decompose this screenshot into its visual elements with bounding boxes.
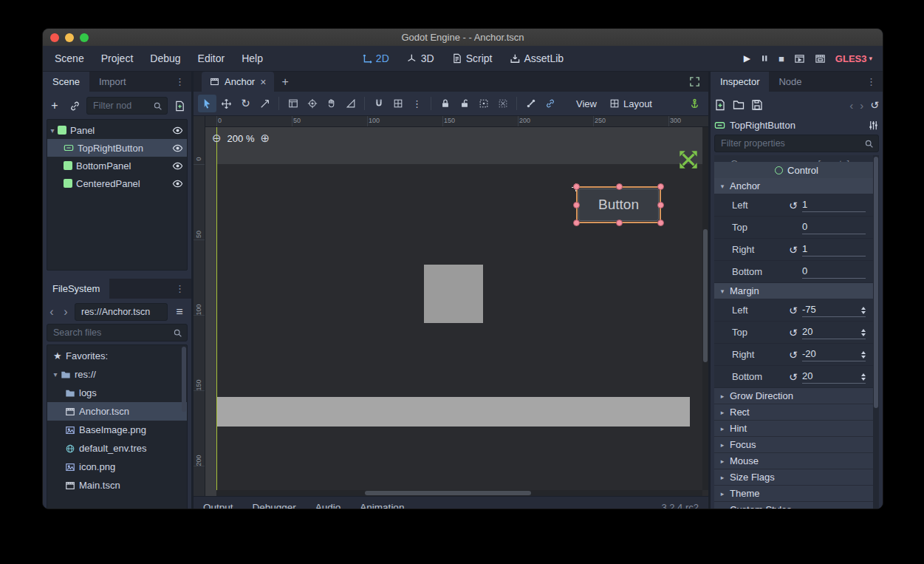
save-resource-button[interactable]: [751, 99, 763, 111]
workspace-assetlib-button[interactable]: AssetLib: [510, 52, 564, 64]
anchor-right-field[interactable]: 1: [802, 243, 866, 256]
scene-filter-input[interactable]: [86, 97, 168, 115]
add-node-button[interactable]: +: [47, 98, 63, 114]
history-back-button[interactable]: ‹: [849, 99, 853, 112]
anchors-preset-button[interactable]: [685, 95, 704, 112]
ungroup-object-button[interactable]: [493, 95, 512, 112]
pan-tool-button[interactable]: [322, 95, 340, 112]
title-bar[interactable]: Godot Engine - - Anchor.tscn: [43, 29, 883, 46]
menu-editor[interactable]: Editor: [198, 52, 225, 64]
revert-icon[interactable]: ↺: [789, 349, 802, 361]
skeleton-options-button[interactable]: [521, 95, 540, 112]
margin-bottom-field[interactable]: 20: [802, 370, 866, 384]
margin-left-field[interactable]: -75: [802, 304, 866, 317]
section-custom-styles[interactable]: ▸Custom Styles: [714, 502, 879, 509]
scrollbar-thumb[interactable]: [703, 229, 708, 362]
margin-top-field[interactable]: 20: [802, 326, 866, 339]
section-mouse[interactable]: ▸Mouse: [714, 453, 879, 469]
canvas-horizontal-scrollbar[interactable]: [216, 490, 702, 496]
revert-icon[interactable]: ↺: [789, 371, 802, 383]
group-object-button[interactable]: [474, 95, 493, 112]
canvas-viewport[interactable]: ⊖ 200 % ⊕ Button: [205, 127, 708, 496]
revert-icon[interactable]: ↺: [789, 327, 802, 339]
spinner-icon[interactable]: [861, 307, 866, 315]
menu-scene[interactable]: Scene: [55, 52, 84, 64]
collapse-arrow-icon[interactable]: ▾: [47, 126, 58, 135]
move-tool-button[interactable]: [217, 95, 236, 112]
scene-tab-anchor[interactable]: Anchor ×: [202, 72, 274, 92]
play-custom-scene-button[interactable]: [815, 53, 826, 64]
bottom-tab-output[interactable]: Output: [203, 502, 233, 509]
anchor-top-field[interactable]: 0: [802, 221, 866, 234]
section-theme[interactable]: ▸Theme: [714, 486, 879, 502]
workspace-2d-button[interactable]: 2D: [362, 52, 389, 64]
view-menu-button[interactable]: View: [570, 98, 603, 109]
tab-import[interactable]: Import: [89, 72, 136, 92]
resize-handle[interactable]: [573, 183, 580, 190]
resize-handle[interactable]: [616, 220, 623, 226]
fs-row-favorites[interactable]: ★ Favorites:: [47, 347, 187, 365]
new-resource-button[interactable]: [714, 99, 726, 111]
resize-handle[interactable]: [573, 202, 580, 208]
revert-icon[interactable]: ↺: [789, 305, 802, 316]
workspace-3d-button[interactable]: 3D: [407, 52, 434, 64]
layout-menu-button[interactable]: Layout: [603, 98, 658, 109]
resize-handle[interactable]: [573, 220, 580, 226]
fs-row-root[interactable]: ▾ res://: [47, 365, 187, 384]
fs-search-input[interactable]: [47, 324, 188, 342]
maximize-window-button[interactable]: [80, 33, 89, 42]
zoom-in-button[interactable]: ⊕: [260, 132, 270, 145]
ik-chain-button[interactable]: [541, 95, 559, 112]
renderer-select[interactable]: GLES3 ▾: [835, 53, 872, 64]
selected-button-node[interactable]: Button: [576, 186, 661, 223]
collapse-arrow-icon[interactable]: ▾: [50, 370, 61, 378]
new-scene-tab-button[interactable]: +: [274, 72, 295, 92]
visibility-toggle[interactable]: [172, 125, 183, 136]
spinner-icon[interactable]: [861, 329, 866, 337]
section-size-flags[interactable]: ▸Size Flags: [714, 469, 879, 486]
spinner-icon[interactable]: [861, 351, 866, 359]
extra-tools-button[interactable]: [868, 120, 879, 131]
fs-row-baseimage-png[interactable]: BaseImage.png: [47, 421, 187, 439]
workspace-script-button[interactable]: Script: [452, 52, 493, 64]
tab-node[interactable]: Node: [769, 72, 811, 92]
centered-panel-node[interactable]: [424, 265, 483, 323]
select-tool-button[interactable]: [198, 95, 216, 112]
scrollbar-thumb[interactable]: [874, 157, 878, 408]
bottom-panel-node[interactable]: [217, 397, 690, 427]
menu-help[interactable]: Help: [242, 52, 263, 64]
load-resource-button[interactable]: [733, 99, 745, 111]
unlock-object-button[interactable]: [455, 95, 473, 112]
fs-scrollbar[interactable]: [182, 347, 186, 412]
fs-back-button[interactable]: ‹: [47, 304, 57, 320]
tree-row-panel[interactable]: ▾ Panel: [47, 121, 187, 139]
pivot-tool-button[interactable]: [303, 95, 321, 112]
fs-breadcrumb[interactable]: res://Anchor.tscn: [75, 303, 168, 321]
inspector-scrollbar[interactable]: [873, 155, 879, 509]
menu-debug[interactable]: Debug: [150, 52, 180, 64]
revert-icon[interactable]: ↺: [789, 200, 802, 211]
fs-search-field[interactable]: [52, 327, 173, 339]
section-rect[interactable]: ▸Rect: [714, 404, 879, 421]
fs-display-mode-icon[interactable]: ≡: [171, 304, 188, 320]
section-grow-direction[interactable]: ▸Grow Direction: [714, 388, 879, 404]
minimize-window-button[interactable]: [65, 33, 74, 42]
resize-handle[interactable]: [657, 202, 664, 208]
resize-handle[interactable]: [657, 183, 664, 190]
visibility-toggle[interactable]: [172, 160, 183, 171]
tree-row-centeredpanel[interactable]: CenteredPanel: [47, 174, 187, 192]
grid-snap-button[interactable]: [389, 95, 407, 112]
fs-row-icon-png[interactable]: icon.png: [47, 458, 187, 476]
resize-handle[interactable]: [616, 183, 623, 190]
stop-button[interactable]: ■: [778, 53, 784, 64]
history-forward-button[interactable]: ›: [860, 99, 863, 112]
margin-right-field[interactable]: -20: [802, 348, 866, 361]
object-history-button[interactable]: ↺: [870, 99, 879, 111]
visibility-toggle[interactable]: [172, 178, 183, 189]
fs-forward-button[interactable]: ›: [61, 304, 71, 320]
bottom-tab-audio[interactable]: Audio: [315, 502, 341, 509]
resize-handle[interactable]: [657, 220, 664, 226]
fs-row-default-env[interactable]: default_env.tres: [47, 439, 187, 458]
fs-row-main-tscn[interactable]: Main.tscn: [47, 476, 187, 495]
attach-script-button[interactable]: [171, 98, 188, 114]
